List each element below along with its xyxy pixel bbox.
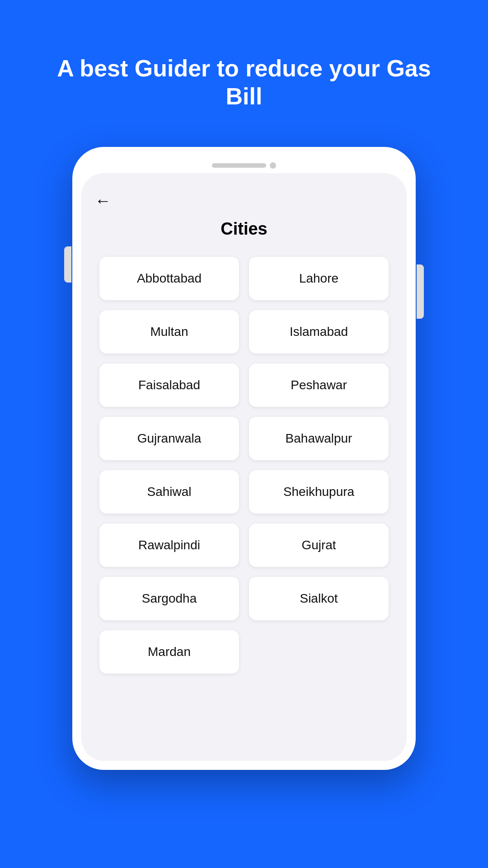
city-button-gujranwala[interactable]: Gujranwala <box>99 417 239 460</box>
city-button-lahore[interactable]: Lahore <box>249 257 389 300</box>
phone-notch <box>81 156 407 173</box>
screen-title: Cities <box>95 219 393 239</box>
city-button-abbottabad[interactable]: Abbottabad <box>99 257 239 300</box>
city-button-gujrat[interactable]: Gujrat <box>249 524 389 567</box>
city-button-sialkot[interactable]: Sialkot <box>249 577 389 620</box>
cities-grid: AbbottabadLahoreMultanIslamabadFaisalaba… <box>95 257 393 674</box>
city-button-peshawar[interactable]: Peshawar <box>249 363 389 407</box>
phone-screen: ← Cities AbbottabadLahoreMultanIslamabad… <box>81 173 407 761</box>
back-arrow-icon: ← <box>95 191 111 210</box>
notch-dot <box>270 162 276 169</box>
phone-frame: ← Cities AbbottabadLahoreMultanIslamabad… <box>72 147 416 770</box>
city-button-sahiwal[interactable]: Sahiwal <box>99 470 239 514</box>
page-title: A best Guider to reduce your Gas Bill <box>0 54 488 111</box>
city-button-faisalabad[interactable]: Faisalabad <box>99 363 239 407</box>
city-button-multan[interactable]: Multan <box>99 310 239 354</box>
city-button-mardan[interactable]: Mardan <box>99 630 239 674</box>
city-button-rawalpindi[interactable]: Rawalpindi <box>99 524 239 567</box>
back-button[interactable]: ← <box>95 191 393 210</box>
city-button-islamabad[interactable]: Islamabad <box>249 310 389 354</box>
city-button-bahawalpur[interactable]: Bahawalpur <box>249 417 389 460</box>
city-button-sheikhupura[interactable]: Sheikhupura <box>249 470 389 514</box>
screen-content: ← Cities AbbottabadLahoreMultanIslamabad… <box>81 173 407 674</box>
notch-pill <box>212 163 266 168</box>
city-button-sargodha[interactable]: Sargodha <box>99 577 239 620</box>
